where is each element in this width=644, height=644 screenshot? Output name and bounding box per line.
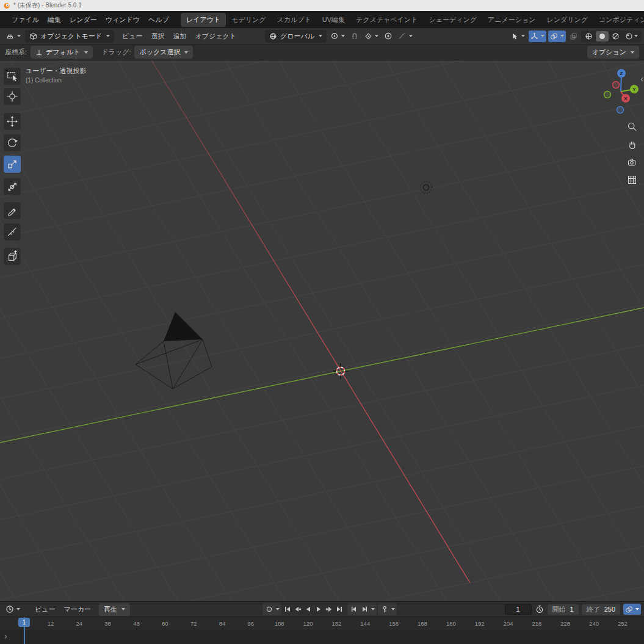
play-reverse-button[interactable] [303,604,313,615]
viewport-menu-4[interactable]: オブジェクト [191,30,241,43]
gizmo-axis-y-negative[interactable] [604,92,611,98]
frame-jump-back-button[interactable] [349,604,358,615]
globe-icon [269,32,277,40]
frame-jump-forward-button[interactable] [360,604,369,615]
playback-dropdown[interactable]: 再生 [99,603,130,616]
proportional-editing-toggle[interactable] [382,30,394,42]
prev-keyframe-icon [294,606,302,613]
play-button[interactable] [314,604,323,615]
workspace-tab-3[interactable]: スカルプト [271,13,316,27]
tool-measure[interactable] [4,223,21,241]
sidebar-collapse-arrow[interactable]: ‹ [640,75,643,82]
tool-scale[interactable] [4,156,21,173]
object-type-visibility-dropdown[interactable] [509,31,527,42]
axis-y-green [0,308,644,443]
workspace-tab-6[interactable]: シェーディング [423,13,482,27]
light-object[interactable] [421,182,432,194]
frame-jump-popover[interactable] [371,608,375,610]
tool-settings-bar: 座標系: デフォルト ドラッグ: ボックス選択 オプション [0,45,644,60]
workspace-tab-9[interactable]: コンポジティング [593,13,644,27]
drag-mode-dropdown[interactable]: ボックス選択 [134,46,193,59]
ruler-frame-108: 108 [271,620,288,627]
show-overlays-toggle[interactable] [548,31,566,42]
coord-system-dropdown[interactable]: デフォルト [31,46,93,59]
preview-range-toggle[interactable] [535,604,545,615]
navigation-gizmo[interactable]: Z Y X [599,64,642,120]
shading-solid-button[interactable] [596,31,609,42]
timeline-menu-2[interactable]: マーカー [60,603,96,616]
jump-to-end-button[interactable] [335,604,344,615]
menu-5[interactable]: ヘルプ [144,13,173,26]
tool-rotate[interactable] [4,134,21,151]
zoom-view-button[interactable] [625,120,639,133]
tool-add-cube[interactable] [4,248,21,265]
cone-object[interactable] [136,312,212,389]
auto-keying-popover[interactable] [276,608,280,610]
auto-keying-toggle[interactable] [264,604,273,615]
timeline-ruler[interactable]: 1224364860728496108120132144156168180192… [0,617,644,631]
show-gizmo-toggle[interactable] [529,31,546,42]
pan-view-button[interactable] [625,137,639,151]
workspace-tab-1[interactable]: レイアウト [181,13,226,27]
timeline-channel-area[interactable]: › [0,631,644,644]
transform-orientation-dropdown[interactable]: グローバル [265,30,327,43]
workspace-tab-8[interactable]: レンダリング [541,13,593,27]
frame-start-field[interactable]: 開始 1 [548,604,579,615]
snap-target-icon [364,32,372,40]
tool-annotate[interactable] [4,202,21,219]
jump-next-keyframe-button[interactable] [324,604,333,615]
hand-icon [627,139,637,150]
frame-jump-group [347,603,377,615]
shading-wireframe-button[interactable] [582,31,595,42]
shading-solid-icon [598,32,606,40]
workspace-tab-5[interactable]: テクスチャペイント [350,13,423,27]
keying-set-button[interactable] [380,604,389,615]
gizmo-axis-x-negative[interactable] [613,82,620,89]
jump-to-start-button[interactable] [283,604,292,615]
tool-transform[interactable] [4,178,21,195]
playhead[interactable]: 1 [18,618,30,627]
menu-1[interactable]: ファイル [7,13,43,26]
workspace-tab-4[interactable]: UV編集 [317,13,350,27]
object-mode-dropdown[interactable]: オブジェクトモード [25,30,114,43]
viewport-menu-3[interactable]: 追加 [169,30,191,43]
timeline-editor-type-selector[interactable] [4,603,22,615]
options-dropdown[interactable]: オプション [587,46,639,59]
xray-icon [570,32,577,40]
snap-toggle[interactable] [349,30,361,42]
shading-material-button[interactable] [609,31,622,42]
ruler-frame-36: 36 [99,620,117,627]
menu-2[interactable]: 編集 [43,13,65,26]
viewport-3d[interactable]: ユーザー・透視投影 (1) Collection [0,60,644,601]
editor-type-selector[interactable] [4,30,23,42]
workspace-tab-2[interactable]: モデリング [226,13,271,27]
gizmo-axis-z-negative[interactable] [617,107,624,114]
keying-popover[interactable] [391,608,395,610]
viewport-menu-1[interactable]: ビュー [118,30,147,43]
toggle-ortho-button[interactable] [625,173,639,186]
tool-cursor[interactable] [4,88,21,105]
proportional-falloff-dropdown[interactable] [396,30,414,42]
jump-prev-keyframe-button[interactable] [293,604,302,615]
clock-icon [5,605,14,613]
timeline-transport [262,602,397,617]
tool-move[interactable] [4,113,21,130]
current-frame-field[interactable]: 1 [505,604,532,615]
timeline-sync-toggle[interactable] [623,604,641,615]
tool-select-box[interactable] [4,68,21,85]
menu-4[interactable]: ウィンドウ [101,13,144,26]
shading-material-icon [612,32,620,40]
shading-rendered-button[interactable] [623,31,640,42]
channel-expand-chevron[interactable]: › [4,631,7,641]
snap-target-dropdown[interactable] [363,31,380,42]
viewport-menu-2[interactable]: 選択 [147,30,169,43]
workspace-tab-7[interactable]: アニメーション [482,13,541,27]
menu-3[interactable]: レンダー [65,13,101,26]
pivot-point-dropdown[interactable] [328,30,347,42]
xray-toggle[interactable] [568,31,579,42]
cursor-tool-icon [6,90,18,103]
blender-logo-icon [3,2,10,9]
frame-end-field[interactable]: 終了 250 [582,604,620,615]
camera-view-button[interactable] [625,155,639,168]
timeline-menu-1[interactable]: ビュー [31,603,60,616]
